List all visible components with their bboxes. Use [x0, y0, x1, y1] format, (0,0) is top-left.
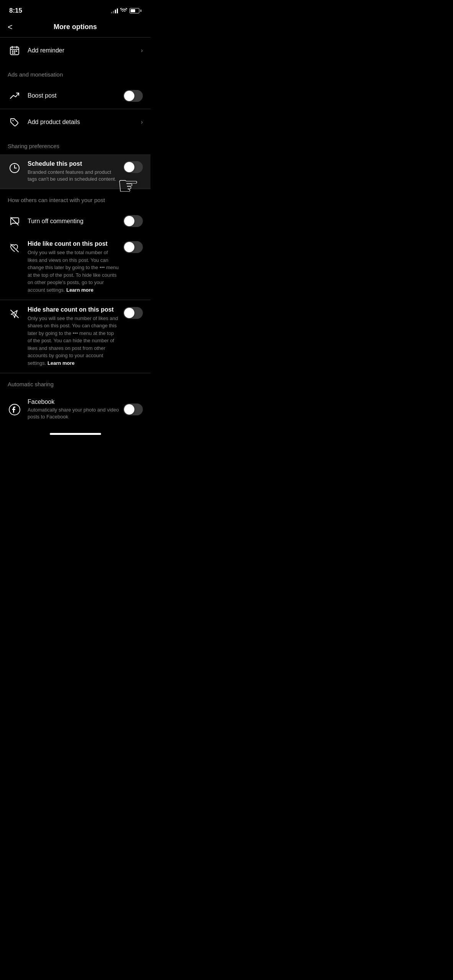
- hide-like-count-toggle[interactable]: [123, 241, 143, 253]
- hide-share-count-toggle[interactable]: [123, 307, 143, 319]
- add-reminder-label: Add reminder: [28, 47, 137, 54]
- schedule-post-item[interactable]: Schedule this post Branded content featu…: [0, 154, 150, 189]
- automatic-sharing-section-header: Automatic sharing: [0, 373, 150, 392]
- chevron-right-icon: ›: [141, 47, 143, 54]
- product-tag-icon: [8, 115, 21, 129]
- turn-off-commenting-toggle[interactable]: [123, 215, 143, 227]
- turn-off-commenting-item[interactable]: Turn off commenting: [0, 208, 150, 234]
- svg-point-9: [13, 120, 14, 121]
- status-icons: [111, 8, 141, 13]
- calendar-icon: [8, 44, 21, 57]
- svg-rect-8: [14, 52, 15, 54]
- battery-icon: [129, 8, 141, 13]
- ads-monetisation-section-header: Ads and monetisation: [0, 64, 150, 83]
- home-indicator-area: [0, 426, 150, 438]
- hide-like-learn-more[interactable]: Learn more: [66, 287, 93, 293]
- toggle-thumb-like: [124, 242, 134, 252]
- toggle-thumb: [124, 91, 134, 101]
- schedule-post-content: Schedule this post Branded content featu…: [28, 160, 119, 183]
- facebook-sharing-toggle[interactable]: [123, 403, 143, 415]
- back-button[interactable]: <: [8, 22, 13, 32]
- hide-like-content: Hide like count on this post Only you wi…: [28, 240, 119, 294]
- chevron-right-icon-2: ›: [141, 119, 143, 126]
- svg-rect-5: [14, 51, 15, 52]
- trending-up-icon: [8, 89, 21, 103]
- boost-post-toggle[interactable]: [123, 90, 143, 102]
- facebook-icon: [8, 403, 21, 416]
- hide-share-content: Hide share count on this post Only you w…: [28, 306, 119, 367]
- nav-header: < More options: [0, 19, 150, 37]
- add-product-details-item[interactable]: Add product details ›: [0, 109, 150, 135]
- toggle-thumb-facebook: [124, 404, 134, 415]
- status-time: 8:15: [9, 7, 29, 15]
- sharing-preferences-section-header: Sharing preferences: [0, 135, 150, 154]
- how-others-interact-section-header: How others can interact with your post: [0, 189, 150, 208]
- clock-icon: [8, 161, 21, 175]
- svg-rect-4: [12, 51, 13, 52]
- facebook-label: Facebook Automatically share your photo …: [28, 399, 123, 420]
- signal-icon: [111, 8, 118, 13]
- wifi-icon: [120, 8, 127, 13]
- schedule-post-toggle[interactable]: [123, 161, 143, 173]
- status-bar: 8:15: [0, 0, 150, 19]
- boost-post-item[interactable]: Boost post: [0, 83, 150, 109]
- home-indicator-bar: [50, 433, 101, 435]
- hide-share-count-item[interactable]: Hide share count on this post Only you w…: [0, 300, 150, 373]
- turn-off-commenting-label: Turn off commenting: [28, 218, 123, 225]
- page-title: More options: [54, 23, 97, 31]
- share-off-icon: [8, 307, 21, 321]
- hide-like-count-item[interactable]: Hide like count on this post Only you wi…: [0, 234, 150, 300]
- add-reminder-item[interactable]: Add reminder ›: [0, 38, 150, 64]
- svg-rect-7: [12, 52, 13, 54]
- add-product-details-label: Add product details: [28, 119, 137, 126]
- facebook-sharing-item[interactable]: Facebook Automatically share your photo …: [0, 392, 150, 426]
- toggle-thumb-schedule: [124, 162, 134, 172]
- svg-rect-6: [16, 51, 17, 52]
- boost-post-label: Boost post: [28, 92, 123, 99]
- toggle-thumb-commenting: [124, 216, 134, 226]
- hide-share-learn-more[interactable]: Learn more: [47, 360, 75, 366]
- comment-off-icon: [8, 214, 21, 228]
- toggle-thumb-share: [124, 308, 134, 318]
- heart-off-icon: [8, 241, 21, 255]
